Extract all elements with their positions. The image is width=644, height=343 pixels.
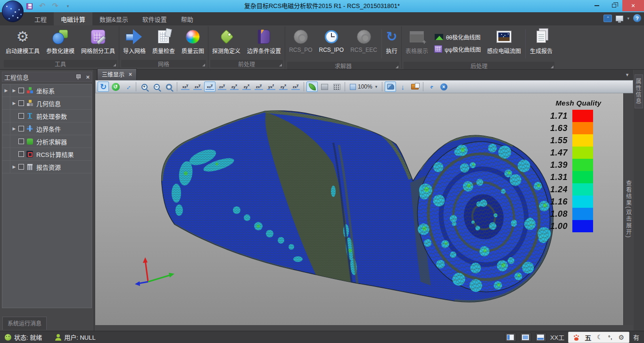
tab-3d-display[interactable]: 三维显示 × bbox=[97, 68, 137, 80]
save-icon[interactable] bbox=[26, 3, 33, 9]
pick-center-button[interactable] bbox=[385, 82, 396, 92]
tree-item-checkbox[interactable] bbox=[18, 151, 24, 157]
view-orientation-button-xzy[interactable]: xzy bbox=[180, 82, 191, 92]
pin-icon[interactable] bbox=[76, 74, 80, 80]
tree-item-solver[interactable]: 分析求解器 bbox=[2, 135, 91, 148]
tree-root-expander[interactable]: ▶ bbox=[2, 84, 10, 97]
tab-list-dropdown-icon[interactable]: ▼ bbox=[625, 73, 629, 77]
pan-view-button[interactable]: ↔ bbox=[122, 82, 133, 92]
view-orientation-button-zyx[interactable]: zyx bbox=[229, 82, 240, 92]
induced-current-map-button[interactable]: 感应电磁流图 bbox=[484, 26, 524, 55]
tree-item-checkbox[interactable] bbox=[18, 100, 24, 106]
tree-root-expander[interactable] bbox=[2, 122, 10, 135]
tree-item-label[interactable]: 坐标系 bbox=[36, 86, 55, 95]
view-orientation-button-zyx[interactable]: zyx bbox=[241, 82, 252, 92]
redo-icon[interactable]: ↷ bbox=[52, 2, 58, 10]
tree-item-checkbox[interactable] bbox=[18, 88, 24, 93]
tree-item-checkbox[interactable] bbox=[18, 113, 24, 119]
ime-punctuation-icon[interactable]: °, bbox=[608, 335, 612, 340]
share-button[interactable]: ‹· bbox=[426, 82, 437, 92]
wireframe-mode-button[interactable] bbox=[319, 82, 330, 92]
capture-folder-button[interactable] bbox=[409, 82, 421, 92]
tree-item-report[interactable]: ▶报告资源 bbox=[2, 161, 91, 173]
tree-item-label[interactable]: RCS计算结果 bbox=[36, 150, 74, 159]
property-info-tab[interactable]: 属性信息 bbox=[635, 74, 643, 108]
shaded-mode-button[interactable] bbox=[306, 82, 318, 92]
layout-bottom-panel-button[interactable] bbox=[535, 333, 546, 342]
view-orientation-button-yxz[interactable]: yxz bbox=[265, 82, 277, 92]
launch-modeler-button[interactable]: ⚙启动建模工具 bbox=[2, 26, 43, 55]
zoom-fit-button[interactable]: ▢ bbox=[163, 82, 174, 92]
app-logo[interactable] bbox=[2, 0, 24, 22]
tree-item-label[interactable]: 几何信息 bbox=[36, 99, 61, 108]
generate-report-button[interactable]: 生成报告 bbox=[527, 26, 556, 55]
refresh-view-button[interactable]: ↺ bbox=[110, 82, 121, 92]
rcs-eec-button[interactable]: RCS_EEC bbox=[347, 26, 380, 53]
tab-data-display[interactable]: 数据&显示 bbox=[92, 12, 135, 25]
rotate-view-button[interactable]: ↻ bbox=[98, 82, 109, 92]
mesh-partition-tool-button[interactable]: 网格剖分工具 bbox=[78, 26, 118, 55]
view-orientation-button-zxy[interactable]: zxy bbox=[253, 82, 264, 92]
arrow-down-button[interactable]: ↓ bbox=[397, 82, 408, 92]
tree-item-label[interactable]: 分析求解器 bbox=[36, 137, 67, 146]
dialog-launcher-icon[interactable] bbox=[113, 64, 116, 66]
tree-item-checkbox[interactable] bbox=[18, 126, 24, 131]
tab-close-icon[interactable]: × bbox=[129, 71, 132, 78]
tree-item-checkbox[interactable] bbox=[18, 139, 24, 144]
view-orientation-button-zyx[interactable]: zyx bbox=[278, 82, 289, 92]
quality-cloud-map-button[interactable]: 质量云图 bbox=[178, 26, 207, 55]
ime-paw-icon[interactable] bbox=[573, 335, 579, 341]
undo-icon[interactable]: ↶ bbox=[39, 2, 45, 10]
import-mesh-button[interactable]: 导入网格 bbox=[120, 26, 149, 55]
zoom-percent-control[interactable]: 100% ▾ bbox=[347, 82, 380, 92]
tree-item-label[interactable]: 边界条件 bbox=[36, 124, 61, 133]
tree-root-expander[interactable] bbox=[2, 135, 10, 147]
tree-item-geom[interactable]: ▶几何信息 bbox=[2, 97, 91, 110]
tab-em-computation[interactable]: 电磁计算 bbox=[54, 12, 92, 25]
execute-button[interactable]: ↻执行 bbox=[383, 26, 401, 55]
table-display-button[interactable]: 表格展示 bbox=[402, 26, 431, 55]
ime-wubi-icon[interactable]: 五 bbox=[585, 333, 591, 342]
tab-project[interactable]: 工程 bbox=[27, 12, 54, 25]
parametric-modeling-button[interactable]: 参数化建模 bbox=[43, 26, 78, 55]
minimize-button[interactable] bbox=[588, 0, 605, 11]
tree-root-expander[interactable] bbox=[2, 148, 10, 160]
layout-full-panel-button[interactable] bbox=[520, 333, 531, 342]
view-orientation-button-zxy[interactable]: zxy bbox=[290, 82, 301, 92]
tree-root-expander[interactable] bbox=[2, 161, 10, 173]
tree-item-label[interactable]: 前处理参数 bbox=[36, 112, 67, 121]
tree-item-bc[interactable]: ▶边界条件 bbox=[2, 122, 91, 135]
dialog-launcher-icon[interactable] bbox=[396, 65, 398, 68]
dialog-launcher-icon[interactable] bbox=[551, 65, 553, 68]
boundary-condition-settings-button[interactable]: 边界条件设置 bbox=[244, 26, 284, 55]
results-collapsed-panel[interactable]: 查看结果(双击展开) bbox=[623, 93, 633, 325]
quality-check-button[interactable]: 质量检查 bbox=[149, 26, 178, 55]
rcs-po-button[interactable]: RCS_PO bbox=[286, 26, 315, 53]
tab-settings[interactable]: 软件设置 bbox=[135, 12, 174, 25]
collapse-ribbon-button[interactable]: ⌃ bbox=[603, 15, 612, 22]
display-style-icon[interactable] bbox=[616, 16, 623, 21]
tree-expander-icon[interactable]: ▶ bbox=[10, 164, 18, 169]
tree-item-T[interactable]: T前处理参数 bbox=[2, 110, 91, 122]
psi-polarization-curve-button[interactable]: ψψ极化曲线图 bbox=[434, 45, 481, 53]
dialog-launcher-icon[interactable] bbox=[202, 64, 205, 66]
help-button[interactable]: ? bbox=[633, 14, 641, 22]
ime-settings-gear-icon[interactable]: ⚙ bbox=[618, 334, 624, 341]
rcs-ipo-button[interactable]: RCS_IPO bbox=[315, 26, 347, 53]
theta-polarization-curve-button[interactable]: θθ极化曲线图 bbox=[434, 33, 481, 41]
zoom-in-button[interactable]: + bbox=[139, 82, 150, 92]
tree-root-expander[interactable] bbox=[2, 110, 10, 122]
panel-close-icon[interactable]: × bbox=[86, 74, 90, 81]
tree-item-checkbox[interactable] bbox=[18, 164, 24, 170]
dialog-launcher-icon[interactable] bbox=[279, 64, 282, 66]
qat-dropdown-icon[interactable]: ▾ bbox=[67, 4, 69, 8]
zoom-out-button[interactable]: − bbox=[151, 82, 162, 92]
tab-help[interactable]: 帮助 bbox=[174, 12, 200, 25]
system-messages-tab[interactable]: 系统运行消息 bbox=[2, 317, 47, 330]
view-orientation-button-zxy[interactable]: zxy bbox=[216, 82, 228, 92]
view-orientation-button-xzy[interactable]: xzy bbox=[204, 82, 215, 92]
tree-expander-icon[interactable]: ▶ bbox=[10, 88, 18, 93]
close-view-button[interactable]: × bbox=[438, 82, 449, 92]
tree-expander-icon[interactable]: ▶ bbox=[10, 126, 18, 131]
detection-angle-button[interactable]: 探测角定义 bbox=[209, 26, 244, 55]
